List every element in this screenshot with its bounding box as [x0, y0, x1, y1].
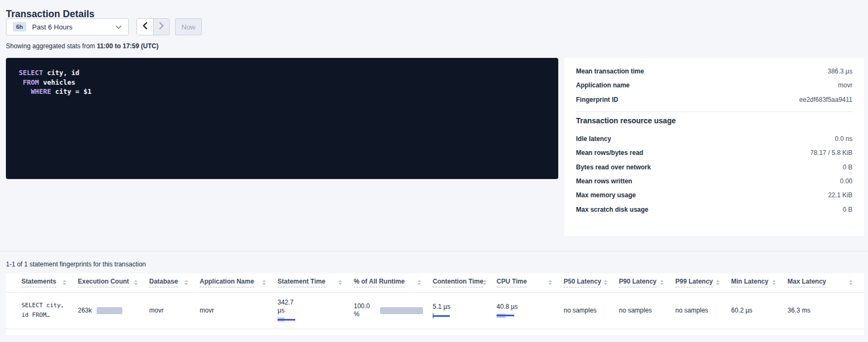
sql-statement-box: SELECT city, id FROM vehicles WHERE city…: [6, 58, 558, 179]
cell-database: movr: [149, 292, 200, 329]
sort-icon[interactable]: [549, 280, 552, 285]
contention-time-bar: [433, 313, 465, 318]
cell-statement-time: 342.7 µs: [278, 292, 354, 329]
cell-contention-time: 5.1 µs: [433, 292, 497, 329]
detail-row-mean-rows-written: Mean rows written 0.00: [576, 174, 852, 188]
detail-row-max-memory-usage: Max memory usage 22.1 KiB: [576, 188, 852, 202]
cell-p50-latency: no samples: [564, 292, 619, 329]
cell-min-latency: 60.2 µs: [731, 292, 787, 329]
previous-time-button[interactable]: [137, 19, 153, 35]
sort-icon[interactable]: [483, 280, 486, 285]
column-header-cpu-time[interactable]: CPU Time: [497, 273, 564, 292]
sort-icon[interactable]: [63, 280, 66, 285]
time-step-buttons: [136, 18, 170, 35]
column-header-max-latency[interactable]: Max Latency: [787, 273, 864, 292]
sort-icon[interactable]: [716, 280, 719, 285]
cell-p99-latency: no samples: [675, 292, 731, 329]
sort-icon[interactable]: [772, 280, 776, 285]
chevron-left-icon: [142, 22, 148, 32]
detail-row-fingerprint-id: Fingerprint ID ee2df683f5aa9411: [576, 93, 852, 107]
sort-icon[interactable]: [604, 280, 607, 285]
sql-text: SELECT city, id FROM vehicles WHERE city…: [6, 58, 558, 96]
table-row: SELECT city, id FROM… 263k movr movr 342…: [6, 292, 864, 329]
column-header-application-name[interactable]: Application Name: [200, 273, 278, 292]
detail-row-max-scratch-disk-usage: Max scratch disk usage 0 B: [576, 202, 852, 216]
time-range-dropdown[interactable]: 6h Past 6 Hours: [6, 18, 129, 35]
time-range-badge: 6h: [13, 22, 26, 32]
chevron-down-icon: [115, 22, 122, 32]
column-header-statement-time[interactable]: Statement Time: [278, 273, 354, 292]
cpu-time-bar: [497, 313, 521, 318]
time-controls: 6h Past 6 Hours Now: [6, 18, 202, 35]
sort-icon[interactable]: [849, 280, 852, 285]
pct-runtime-bar: [380, 307, 423, 314]
table-header-row: Statements Execution Count Database Appl…: [6, 273, 864, 292]
detail-row-application-name: Application name movr: [576, 78, 852, 92]
statements-table-card: Statements Execution Count Database Appl…: [6, 273, 864, 335]
cell-cpu-time: 40.8 µs: [497, 292, 564, 329]
column-header-statements[interactable]: Statements: [6, 273, 78, 292]
column-header-p90-latency[interactable]: P90 Latency: [619, 273, 675, 292]
panel-divider: [576, 111, 852, 112]
detail-row-mean-transaction-time: Mean transaction time 386.3 µs: [576, 64, 852, 78]
next-time-button[interactable]: [153, 19, 169, 35]
sort-icon[interactable]: [418, 280, 421, 285]
column-header-database[interactable]: Database: [149, 273, 200, 292]
cell-statement[interactable]: SELECT city, id FROM…: [6, 292, 78, 329]
column-header-min-latency[interactable]: Min Latency: [731, 273, 787, 292]
sort-icon[interactable]: [660, 280, 663, 285]
fingerprints-count-caption: 1-1 of 1 statement fingerprints for this…: [6, 261, 146, 268]
sort-icon[interactable]: [262, 280, 266, 285]
statements-table: Statements Execution Count Database Appl…: [6, 273, 864, 329]
statement-time-bar: [278, 317, 302, 322]
resource-usage-heading: Transaction resource usage: [576, 116, 852, 125]
sort-icon[interactable]: [185, 280, 188, 285]
section-divider: [0, 251, 868, 251]
cell-pct-of-all-runtime: 100.0 %: [354, 292, 433, 329]
sort-icon[interactable]: [134, 280, 137, 285]
now-button[interactable]: Now: [175, 18, 202, 35]
cell-execution-count: 263k: [78, 292, 149, 329]
detail-row-bytes-read-over-network: Bytes read over network 0 B: [576, 160, 852, 174]
cell-p90-latency: no samples: [619, 292, 675, 329]
aggregated-stats-caption: Showing aggregated stats from 11:00 to 1…: [6, 42, 158, 50]
column-header-contention-time[interactable]: Contention Time: [433, 273, 497, 292]
execution-count-bar: [97, 307, 122, 314]
detail-row-idle-latency: Idle latency 0.0 ns: [576, 132, 852, 146]
time-range-label: Past 6 Hours: [32, 23, 115, 31]
column-header-execution-count[interactable]: Execution Count: [78, 273, 149, 292]
cell-max-latency: 36.3 ms: [787, 292, 864, 329]
sort-icon[interactable]: [339, 280, 342, 285]
transaction-details-panel: Mean transaction time 386.3 µs Applicati…: [564, 58, 864, 236]
detail-row-mean-rows-bytes-read: Mean rows/bytes read 78.17 / 5.8 KiB: [576, 146, 852, 160]
chevron-right-icon: [159, 22, 164, 32]
column-header-p50-latency[interactable]: P50 Latency: [564, 273, 619, 292]
cell-application-name: movr: [200, 292, 278, 329]
column-header-p99-latency[interactable]: P99 Latency: [675, 273, 731, 292]
column-header-pct-of-all-runtime[interactable]: % of All Runtime: [354, 273, 433, 292]
